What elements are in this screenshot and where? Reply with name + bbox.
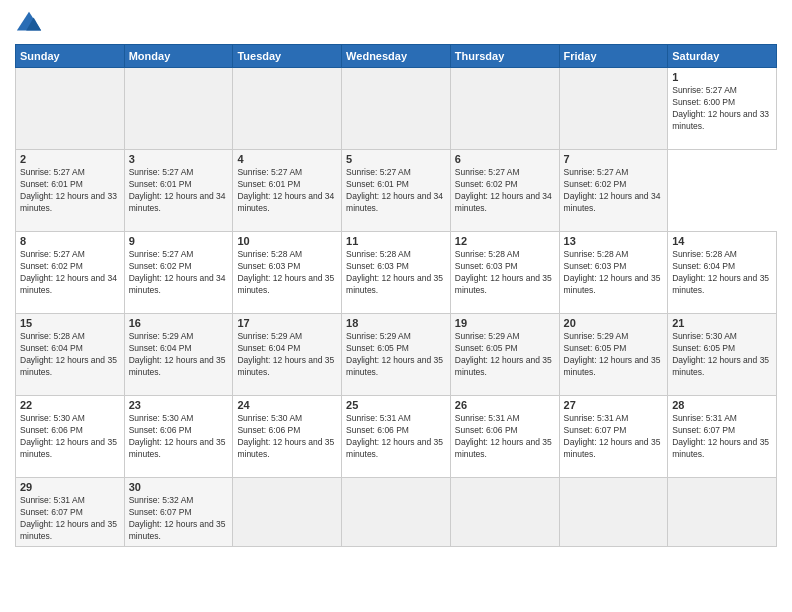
calendar-table: SundayMondayTuesdayWednesdayThursdayFrid… <box>15 44 777 547</box>
day-cell-23: 23 Sunrise: 5:30 AMSunset: 6:06 PMDaylig… <box>124 396 233 478</box>
day-info: Sunrise: 5:29 AMSunset: 6:05 PMDaylight:… <box>346 331 443 377</box>
empty-cell <box>668 478 777 547</box>
day-cell-13: 13 Sunrise: 5:28 AMSunset: 6:03 PMDaylig… <box>559 232 668 314</box>
empty-cell <box>342 68 451 150</box>
day-number: 4 <box>237 153 337 165</box>
page: SundayMondayTuesdayWednesdayThursdayFrid… <box>0 0 792 612</box>
day-number: 25 <box>346 399 446 411</box>
day-info: Sunrise: 5:27 AMSunset: 6:01 PMDaylight:… <box>237 167 334 213</box>
logo-icon <box>15 10 43 38</box>
day-cell-6: 6 Sunrise: 5:27 AMSunset: 6:02 PMDayligh… <box>450 150 559 232</box>
day-cell-16: 16 Sunrise: 5:29 AMSunset: 6:04 PMDaylig… <box>124 314 233 396</box>
empty-cell <box>450 478 559 547</box>
day-number: 29 <box>20 481 120 493</box>
day-info: Sunrise: 5:28 AMSunset: 6:03 PMDaylight:… <box>346 249 443 295</box>
logo <box>15 10 47 38</box>
day-cell-29: 29 Sunrise: 5:31 AMSunset: 6:07 PMDaylig… <box>16 478 125 547</box>
day-info: Sunrise: 5:30 AMSunset: 6:06 PMDaylight:… <box>129 413 226 459</box>
day-cell-1: 1 Sunrise: 5:27 AMSunset: 6:00 PMDayligh… <box>668 68 777 150</box>
calendar-week-3: 8 Sunrise: 5:27 AMSunset: 6:02 PMDayligh… <box>16 232 777 314</box>
day-header-sunday: Sunday <box>16 45 125 68</box>
day-info: Sunrise: 5:27 AMSunset: 6:01 PMDaylight:… <box>129 167 226 213</box>
day-number: 9 <box>129 235 229 247</box>
day-cell-24: 24 Sunrise: 5:30 AMSunset: 6:06 PMDaylig… <box>233 396 342 478</box>
day-number: 10 <box>237 235 337 247</box>
day-info: Sunrise: 5:28 AMSunset: 6:03 PMDaylight:… <box>455 249 552 295</box>
day-cell-4: 4 Sunrise: 5:27 AMSunset: 6:01 PMDayligh… <box>233 150 342 232</box>
day-cell-11: 11 Sunrise: 5:28 AMSunset: 6:03 PMDaylig… <box>342 232 451 314</box>
day-info: Sunrise: 5:31 AMSunset: 6:06 PMDaylight:… <box>455 413 552 459</box>
day-header-tuesday: Tuesday <box>233 45 342 68</box>
day-cell-30: 30 Sunrise: 5:32 AMSunset: 6:07 PMDaylig… <box>124 478 233 547</box>
day-cell-10: 10 Sunrise: 5:28 AMSunset: 6:03 PMDaylig… <box>233 232 342 314</box>
day-info: Sunrise: 5:28 AMSunset: 6:04 PMDaylight:… <box>672 249 769 295</box>
empty-cell <box>233 478 342 547</box>
day-info: Sunrise: 5:29 AMSunset: 6:05 PMDaylight:… <box>564 331 661 377</box>
day-number: 8 <box>20 235 120 247</box>
day-cell-14: 14 Sunrise: 5:28 AMSunset: 6:04 PMDaylig… <box>668 232 777 314</box>
day-number: 12 <box>455 235 555 247</box>
calendar-week-1: 1 Sunrise: 5:27 AMSunset: 6:00 PMDayligh… <box>16 68 777 150</box>
day-info: Sunrise: 5:30 AMSunset: 6:06 PMDaylight:… <box>20 413 117 459</box>
day-cell-18: 18 Sunrise: 5:29 AMSunset: 6:05 PMDaylig… <box>342 314 451 396</box>
day-number: 15 <box>20 317 120 329</box>
day-info: Sunrise: 5:27 AMSunset: 6:02 PMDaylight:… <box>20 249 117 295</box>
day-info: Sunrise: 5:31 AMSunset: 6:07 PMDaylight:… <box>672 413 769 459</box>
day-number: 3 <box>129 153 229 165</box>
day-cell-5: 5 Sunrise: 5:27 AMSunset: 6:01 PMDayligh… <box>342 150 451 232</box>
day-number: 21 <box>672 317 772 329</box>
day-number: 26 <box>455 399 555 411</box>
day-number: 17 <box>237 317 337 329</box>
empty-cell <box>16 68 125 150</box>
day-number: 28 <box>672 399 772 411</box>
day-info: Sunrise: 5:29 AMSunset: 6:04 PMDaylight:… <box>237 331 334 377</box>
day-cell-15: 15 Sunrise: 5:28 AMSunset: 6:04 PMDaylig… <box>16 314 125 396</box>
day-number: 2 <box>20 153 120 165</box>
calendar-week-2: 2 Sunrise: 5:27 AMSunset: 6:01 PMDayligh… <box>16 150 777 232</box>
day-header-saturday: Saturday <box>668 45 777 68</box>
day-info: Sunrise: 5:30 AMSunset: 6:06 PMDaylight:… <box>237 413 334 459</box>
calendar-week-4: 15 Sunrise: 5:28 AMSunset: 6:04 PMDaylig… <box>16 314 777 396</box>
day-cell-28: 28 Sunrise: 5:31 AMSunset: 6:07 PMDaylig… <box>668 396 777 478</box>
day-cell-25: 25 Sunrise: 5:31 AMSunset: 6:06 PMDaylig… <box>342 396 451 478</box>
day-header-friday: Friday <box>559 45 668 68</box>
empty-cell <box>559 478 668 547</box>
calendar-week-6: 29 Sunrise: 5:31 AMSunset: 6:07 PMDaylig… <box>16 478 777 547</box>
day-number: 11 <box>346 235 446 247</box>
day-number: 16 <box>129 317 229 329</box>
day-info: Sunrise: 5:28 AMSunset: 6:04 PMDaylight:… <box>20 331 117 377</box>
header <box>15 10 777 38</box>
day-header-thursday: Thursday <box>450 45 559 68</box>
day-cell-20: 20 Sunrise: 5:29 AMSunset: 6:05 PMDaylig… <box>559 314 668 396</box>
day-number: 20 <box>564 317 664 329</box>
day-number: 22 <box>20 399 120 411</box>
day-info: Sunrise: 5:32 AMSunset: 6:07 PMDaylight:… <box>129 495 226 541</box>
day-info: Sunrise: 5:27 AMSunset: 6:02 PMDaylight:… <box>564 167 661 213</box>
day-number: 24 <box>237 399 337 411</box>
day-number: 14 <box>672 235 772 247</box>
day-cell-9: 9 Sunrise: 5:27 AMSunset: 6:02 PMDayligh… <box>124 232 233 314</box>
day-info: Sunrise: 5:31 AMSunset: 6:07 PMDaylight:… <box>20 495 117 541</box>
day-cell-2: 2 Sunrise: 5:27 AMSunset: 6:01 PMDayligh… <box>16 150 125 232</box>
day-header-monday: Monday <box>124 45 233 68</box>
day-info: Sunrise: 5:27 AMSunset: 6:00 PMDaylight:… <box>672 85 769 131</box>
day-number: 5 <box>346 153 446 165</box>
day-cell-26: 26 Sunrise: 5:31 AMSunset: 6:06 PMDaylig… <box>450 396 559 478</box>
day-number: 19 <box>455 317 555 329</box>
empty-cell <box>342 478 451 547</box>
day-header-wednesday: Wednesday <box>342 45 451 68</box>
day-cell-8: 8 Sunrise: 5:27 AMSunset: 6:02 PMDayligh… <box>16 232 125 314</box>
empty-cell <box>233 68 342 150</box>
day-number: 1 <box>672 71 772 83</box>
day-info: Sunrise: 5:28 AMSunset: 6:03 PMDaylight:… <box>564 249 661 295</box>
calendar-week-5: 22 Sunrise: 5:30 AMSunset: 6:06 PMDaylig… <box>16 396 777 478</box>
day-cell-27: 27 Sunrise: 5:31 AMSunset: 6:07 PMDaylig… <box>559 396 668 478</box>
day-info: Sunrise: 5:30 AMSunset: 6:05 PMDaylight:… <box>672 331 769 377</box>
day-cell-3: 3 Sunrise: 5:27 AMSunset: 6:01 PMDayligh… <box>124 150 233 232</box>
empty-cell <box>450 68 559 150</box>
day-info: Sunrise: 5:27 AMSunset: 6:02 PMDaylight:… <box>455 167 552 213</box>
day-number: 27 <box>564 399 664 411</box>
day-number: 6 <box>455 153 555 165</box>
day-info: Sunrise: 5:27 AMSunset: 6:01 PMDaylight:… <box>20 167 117 213</box>
day-number: 30 <box>129 481 229 493</box>
